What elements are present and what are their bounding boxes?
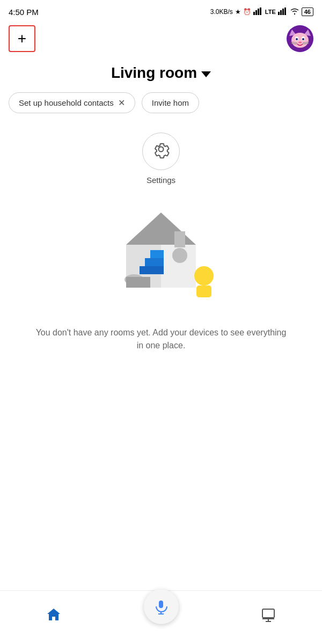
mic-button-container bbox=[107, 589, 215, 624]
mic-button[interactable] bbox=[144, 589, 179, 624]
empty-state-message: You don't have any rooms yet. Add your d… bbox=[36, 328, 287, 350]
status-icons: 3.0KB/s ★ ⏰ LTE 46 bbox=[210, 8, 313, 17]
nav-devices[interactable] bbox=[215, 607, 322, 623]
data-speed: 3.0KB/s bbox=[210, 8, 233, 16]
svg-rect-28 bbox=[150, 250, 164, 258]
bottom-nav-bar bbox=[0, 590, 322, 644]
svg-rect-1 bbox=[255, 10, 257, 15]
add-button[interactable]: + bbox=[9, 25, 35, 52]
devices-icon bbox=[260, 607, 276, 623]
chip-label-household: Set up household contacts bbox=[19, 98, 114, 107]
battery-icon: 46 bbox=[302, 8, 313, 16]
svg-point-14 bbox=[296, 38, 298, 40]
svg-rect-3 bbox=[260, 8, 261, 15]
settings-section: Settings bbox=[0, 120, 322, 193]
svg-point-30 bbox=[194, 266, 214, 286]
home-icon bbox=[45, 606, 62, 624]
svg-rect-5 bbox=[280, 10, 282, 15]
status-time: 4:50 PM bbox=[9, 8, 39, 17]
chip-label-invite: Invite hom bbox=[152, 98, 189, 107]
gear-icon bbox=[151, 140, 171, 163]
room-title-text: Living room bbox=[111, 64, 197, 82]
svg-rect-7 bbox=[284, 8, 286, 15]
chevron-down-icon bbox=[201, 71, 211, 77]
nav-home[interactable] bbox=[0, 606, 107, 624]
illustration-section bbox=[0, 193, 322, 318]
room-title-button[interactable]: Living room bbox=[111, 64, 211, 82]
svg-rect-36 bbox=[262, 609, 274, 618]
signal-icon-2 bbox=[278, 8, 288, 17]
settings-label: Settings bbox=[147, 175, 175, 185]
avatar[interactable] bbox=[287, 25, 313, 52]
empty-state-text: You don't have any rooms yet. Add your d… bbox=[0, 318, 322, 361]
signal-icon-1 bbox=[253, 8, 263, 17]
settings-button[interactable] bbox=[142, 133, 180, 170]
svg-marker-21 bbox=[126, 213, 196, 245]
svg-rect-6 bbox=[282, 9, 284, 15]
invite-home-chip[interactable]: Invite hom bbox=[142, 92, 199, 113]
bluetooth-icon: ★ bbox=[235, 8, 241, 16]
chip-close-icon[interactable]: ✕ bbox=[118, 99, 125, 107]
svg-rect-32 bbox=[126, 277, 150, 288]
svg-rect-24 bbox=[174, 231, 185, 247]
house-illustration bbox=[91, 202, 231, 309]
svg-rect-0 bbox=[253, 12, 255, 15]
lte-icon: LTE bbox=[265, 9, 276, 15]
wifi-icon bbox=[290, 8, 299, 17]
svg-rect-2 bbox=[258, 9, 259, 15]
svg-rect-27 bbox=[145, 258, 164, 266]
top-bar: + bbox=[0, 21, 322, 56]
svg-rect-33 bbox=[159, 601, 163, 608]
alarm-icon: ⏰ bbox=[243, 8, 251, 16]
status-bar: 4:50 PM 3.0KB/s ★ ⏰ LTE 46 bbox=[0, 0, 322, 21]
svg-rect-4 bbox=[278, 12, 280, 15]
svg-point-15 bbox=[302, 38, 304, 40]
household-contacts-chip[interactable]: Set up household contacts ✕ bbox=[9, 92, 135, 113]
svg-rect-26 bbox=[140, 266, 164, 274]
title-section: Living room bbox=[0, 56, 322, 86]
chips-row: Set up household contacts ✕ Invite hom bbox=[0, 86, 322, 120]
plus-icon: + bbox=[18, 31, 26, 46]
svg-rect-31 bbox=[196, 286, 211, 297]
mic-icon bbox=[153, 599, 169, 615]
svg-point-25 bbox=[172, 248, 187, 263]
svg-point-16 bbox=[298, 42, 302, 43]
